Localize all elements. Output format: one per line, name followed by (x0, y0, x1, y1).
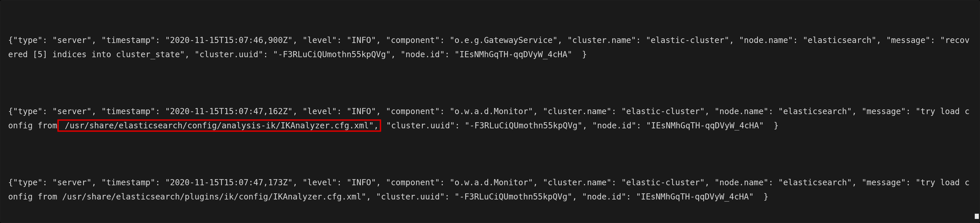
log-text: "cluster.uuid": "-F3RLuCiQUmothn55kpQVg"… (381, 121, 778, 130)
log-line: {"type": "server", "timestamp": "2020-11… (8, 104, 972, 133)
log-line: {"type": "server", "timestamp": "2020-11… (8, 33, 972, 62)
terminal-output[interactable]: {"type": "server", "timestamp": "2020-11… (0, 0, 980, 223)
log-line: {"type": "server", "timestamp": "2020-11… (8, 176, 972, 204)
highlight-path: /usr/share/elasticsearch/config/analysis… (57, 119, 382, 132)
scrollbar-thumb[interactable] (975, 214, 979, 219)
